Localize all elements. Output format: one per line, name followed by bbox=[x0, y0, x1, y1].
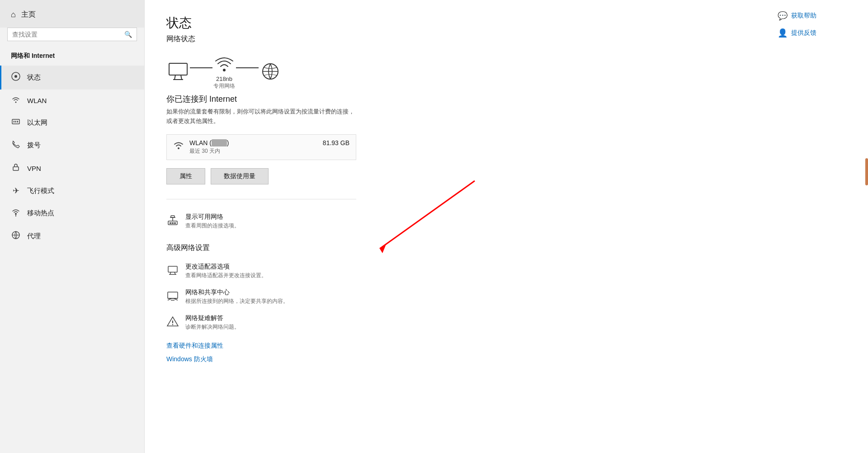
search-icon: 🔍 bbox=[124, 31, 132, 38]
show-networks-title: 显示可用网络 bbox=[185, 213, 240, 221]
sidebar-item-hotspot-label: 移动热点 bbox=[27, 209, 54, 217]
sidebar-item-status[interactable]: 状态 bbox=[0, 66, 144, 90]
sidebar-item-ethernet[interactable]: 以太网 bbox=[0, 112, 144, 134]
sidebar-item-vpn[interactable]: VPN bbox=[0, 157, 144, 180]
wlan-period: 最近 30 天内 bbox=[189, 147, 317, 155]
line2 bbox=[236, 67, 259, 68]
search-box: 🔍 bbox=[7, 28, 137, 41]
svg-point-19 bbox=[178, 147, 179, 149]
connected-title: 你已连接到 Internet bbox=[166, 94, 747, 104]
sidebar-item-proxy[interactable]: 代理 bbox=[0, 225, 144, 248]
connected-desc: 如果你的流量套餐有限制，则你可以将此网络设置为按流量计费的连接，或者更改其他属性… bbox=[166, 107, 356, 126]
monitor-icon bbox=[166, 61, 190, 83]
svg-rect-27 bbox=[168, 266, 177, 272]
svg-line-14 bbox=[181, 75, 182, 80]
adapter-options-item[interactable]: 更改适配器选项 查看网络适配器并更改连接设置。 bbox=[166, 258, 392, 284]
sharing-center-item[interactable]: 网络和共享中心 根据所连接到的网络，决定要共享的内容。 bbox=[166, 284, 392, 310]
sharing-icon bbox=[166, 289, 179, 304]
network-type: 专用网络 bbox=[213, 82, 235, 90]
help-icon: 💬 bbox=[778, 11, 788, 21]
svg-point-16 bbox=[223, 69, 226, 71]
troubleshoot-desc: 诊断并解决网络问题。 bbox=[185, 323, 240, 331]
dialup-icon bbox=[11, 140, 21, 151]
svg-rect-6 bbox=[17, 121, 18, 123]
feedback-icon: 👤 bbox=[778, 28, 788, 38]
network-diagram: 218nb 专用网络 bbox=[166, 55, 747, 90]
data-usage-button[interactable]: 数据使用量 bbox=[211, 168, 269, 184]
sidebar-item-dialup[interactable]: 拨号 bbox=[0, 134, 144, 157]
home-icon: ⌂ bbox=[11, 10, 16, 19]
sidebar-item-vpn-label: VPN bbox=[27, 165, 41, 172]
svg-rect-31 bbox=[168, 292, 178, 298]
sidebar-item-status-label: 状态 bbox=[27, 73, 41, 82]
adapter-options-title: 更改适配器选项 bbox=[185, 263, 267, 271]
network-status-title: 网络状态 bbox=[166, 34, 747, 44]
sharing-center-text: 网络和共享中心 根据所连接到的网络，决定要共享的内容。 bbox=[185, 288, 288, 305]
svg-rect-23 bbox=[171, 216, 175, 217]
globe-icon bbox=[259, 61, 282, 83]
troubleshoot-title: 网络疑难解答 bbox=[185, 314, 240, 322]
wlan-info: WLAN (■■■■) 最近 30 天内 bbox=[189, 139, 317, 155]
sidebar: ⌂ 主页 🔍 网络和 Internet 状态 WLAN 以太网 拨号 VPN bbox=[0, 0, 145, 453]
svg-rect-4 bbox=[14, 121, 14, 123]
wlan-row: WLAN (■■■■) 最近 30 天内 81.93 GB bbox=[166, 134, 356, 160]
sharing-center-desc: 根据所连接到的网络，决定要共享的内容。 bbox=[185, 297, 288, 305]
help-link[interactable]: 💬 获取帮助 bbox=[778, 11, 859, 21]
firewall-link[interactable]: Windows 防火墙 bbox=[166, 353, 747, 366]
svg-point-8 bbox=[15, 213, 17, 215]
wlan-icon bbox=[11, 95, 21, 106]
airplane-icon: ✈ bbox=[11, 186, 21, 196]
network-name: 218nb bbox=[216, 76, 232, 82]
svg-rect-12 bbox=[169, 63, 187, 75]
adapter-options-text: 更改适配器选项 查看网络适配器并更改连接设置。 bbox=[185, 263, 267, 279]
button-row: 属性 数据使用量 bbox=[166, 168, 356, 184]
hardware-link[interactable]: 查看硬件和连接属性 bbox=[166, 339, 747, 353]
sidebar-item-proxy-label: 代理 bbox=[27, 232, 41, 241]
svg-rect-25 bbox=[174, 222, 176, 224]
wifi-diagram-icon: 218nb 专用网络 bbox=[212, 55, 236, 90]
ethernet-icon bbox=[11, 118, 21, 128]
svg-rect-7 bbox=[13, 167, 19, 170]
properties-button[interactable]: 属性 bbox=[166, 168, 205, 184]
search-input[interactable] bbox=[12, 31, 124, 38]
sharing-center-title: 网络和共享中心 bbox=[185, 288, 288, 297]
sidebar-home-button[interactable]: ⌂ 主页 bbox=[0, 0, 144, 28]
svg-rect-26 bbox=[172, 222, 174, 224]
adapter-options-desc: 查看网络适配器并更改连接设置。 bbox=[185, 272, 267, 279]
divider1 bbox=[166, 199, 356, 199]
sidebar-item-airplane-label: 飞行模式 bbox=[27, 187, 54, 195]
feedback-link[interactable]: 👤 提供反馈 bbox=[778, 28, 859, 38]
svg-line-13 bbox=[175, 75, 175, 80]
svg-rect-5 bbox=[15, 121, 16, 123]
sidebar-item-wlan[interactable]: WLAN bbox=[0, 90, 144, 112]
status-icon bbox=[11, 71, 21, 84]
adv-title: 高级网络设置 bbox=[166, 243, 747, 253]
show-networks-desc: 查看周围的连接选项。 bbox=[185, 222, 240, 230]
show-networks-item[interactable]: 显示可用网络 查看周围的连接选项。 bbox=[166, 208, 392, 234]
show-networks-text: 显示可用网络 查看周围的连接选项。 bbox=[185, 213, 240, 230]
sidebar-item-wlan-label: WLAN bbox=[27, 97, 47, 104]
svg-point-2 bbox=[15, 102, 17, 103]
main-content: 状态 网络状态 218nb 专用网络 bbox=[145, 0, 769, 453]
proxy-icon bbox=[11, 231, 21, 242]
svg-rect-24 bbox=[170, 222, 171, 224]
sidebar-item-dialup-label: 拨号 bbox=[27, 141, 41, 150]
sidebar-item-airplane[interactable]: ✈ 飞行模式 bbox=[0, 180, 144, 202]
sidebar-home-label: 主页 bbox=[21, 10, 36, 19]
sidebar-item-ethernet-label: 以太网 bbox=[27, 118, 47, 127]
adapter-icon bbox=[166, 264, 179, 278]
sidebar-item-hotspot[interactable]: 移动热点 bbox=[0, 202, 144, 225]
wlan-row-icon bbox=[173, 140, 184, 152]
help-label: 获取帮助 bbox=[791, 12, 816, 20]
page-title: 状态 bbox=[166, 14, 747, 32]
show-networks-icon bbox=[166, 214, 179, 229]
troubleshoot-item[interactable]: 网络疑难解答 诊断并解决网络问题。 bbox=[166, 310, 392, 335]
svg-point-1 bbox=[14, 75, 17, 78]
feedback-label: 提供反馈 bbox=[791, 29, 816, 37]
scrollbar-indicator[interactable] bbox=[865, 158, 868, 185]
hotspot-icon bbox=[11, 208, 21, 219]
vpn-icon bbox=[11, 163, 21, 174]
wlan-data: 81.93 GB bbox=[323, 139, 349, 146]
svg-point-38 bbox=[172, 324, 173, 325]
svg-line-39 bbox=[380, 181, 475, 249]
